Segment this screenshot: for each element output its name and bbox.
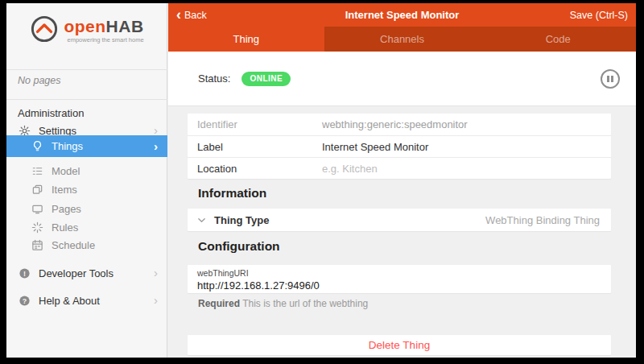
save-button[interactable]: Save (Ctrl-S) (570, 10, 636, 21)
required-label: Required (198, 298, 240, 309)
tab-thing[interactable]: Thing (168, 27, 324, 52)
information-heading: Information (198, 186, 266, 201)
sidebar-item-schedule[interactable]: Schedule (6, 235, 167, 254)
chevron-right-icon: › (154, 295, 158, 306)
sparkle-icon (31, 221, 43, 234)
label-field[interactable]: Label Internet Speed Monitor (188, 135, 611, 157)
display-icon (31, 202, 43, 215)
chevron-back-icon: ‹ (176, 10, 181, 19)
status-label: Status: (198, 72, 230, 85)
sidebar-item-label: Schedule (52, 239, 95, 251)
configuration-heading: Configuration (198, 239, 280, 254)
sidebar-item-label: Rules (52, 221, 78, 234)
location-field[interactable]: Location e.g. Kitchen (188, 157, 611, 179)
logo-wordmark: openHAB (64, 18, 143, 35)
status-badge: ONLINE (242, 72, 291, 86)
sidebar-item-label: Things (52, 140, 83, 152)
tab-bar: Thing Channels Code (168, 27, 636, 52)
calendar-icon (31, 238, 43, 251)
uri-help-text: Required This is the url of the webthing (198, 298, 368, 309)
status-section: Status: ONLINE (168, 52, 636, 106)
sidebar-item-label: Developer Tools (39, 267, 114, 279)
location-placeholder[interactable]: e.g. Kitchen (322, 163, 378, 175)
identifier-field: Identifier webthing:generic:speedmonitor (188, 114, 611, 135)
no-pages-label: No pages (18, 74, 61, 87)
webthing-uri-label: webThingURI (197, 268, 601, 278)
sidebar-item-pages[interactable]: Pages (6, 199, 167, 218)
help-description: This is the url of the webthing (242, 298, 368, 309)
thing-form-card: Identifier webthing:generic:speedmonitor… (188, 114, 611, 179)
svg-text:!: ! (23, 269, 26, 277)
sidebar-item-label: Items (52, 184, 77, 196)
openhab-logo: openHAB empowering the smart home (6, 14, 167, 47)
sidebar-item-label: Model (52, 165, 80, 177)
chevron-right-icon: › (154, 267, 158, 279)
label-label: Label (197, 141, 322, 153)
chevron-right-icon: › (154, 125, 158, 136)
svg-text:?: ? (22, 296, 26, 304)
divider (6, 69, 167, 70)
back-button[interactable]: ‹ Back (168, 10, 207, 21)
main-panel: ‹ Back Internet Speed Monitor Save (Ctrl… (168, 3, 636, 358)
sidebar: openHAB empowering the smart home No pag… (6, 3, 167, 358)
thing-type-row[interactable]: Thing Type WebThing Binding Thing (188, 209, 611, 231)
label-value[interactable]: Internet Speed Monitor (322, 141, 428, 153)
identifier-label: Identifier (197, 118, 322, 130)
page-title: Internet Speed Monitor (168, 9, 636, 21)
location-label: Location (197, 163, 322, 175)
sidebar-item-help-about[interactable]: ? Help & About › (6, 291, 167, 310)
divider (6, 99, 167, 100)
chevron-right-icon: › (154, 141, 158, 152)
tab-code[interactable]: Code (480, 27, 636, 52)
sidebar-item-developer-tools[interactable]: ! Developer Tools › (6, 263, 167, 283)
tab-channels[interactable]: Channels (324, 27, 481, 52)
pause-button[interactable] (601, 69, 620, 89)
logo-tagline: empowering the smart home (64, 36, 143, 43)
delete-thing-button[interactable]: Delete Thing (188, 335, 611, 355)
copy-squares-icon (31, 183, 43, 196)
navbar: ‹ Back Internet Speed Monitor Save (Ctrl… (168, 3, 636, 27)
chevron-down-icon (197, 216, 206, 225)
identifier-value: webthing:generic:speedmonitor (322, 118, 468, 130)
webthing-uri-field[interactable]: webThingURI http://192.168.1.27:9496/0 (188, 265, 611, 293)
back-label: Back (184, 10, 207, 21)
model-tree-icon (31, 164, 43, 177)
sidebar-item-things[interactable]: Things › (6, 135, 167, 157)
thing-type-value: WebThing Binding Thing (485, 214, 600, 226)
help-question-icon: ? (18, 294, 31, 307)
openhab-app-window: openHAB empowering the smart home No pag… (6, 3, 636, 358)
sidebar-item-model[interactable]: Model (6, 161, 167, 180)
sidebar-item-label: Pages (52, 203, 81, 215)
openhab-logo-icon (30, 14, 59, 47)
lightbulb-icon (31, 140, 43, 153)
delete-thing-label: Delete Thing (369, 339, 430, 351)
thing-type-label: Thing Type (214, 214, 269, 226)
developer-tools-icon: ! (18, 267, 31, 279)
sidebar-item-label: Help & About (39, 295, 100, 307)
administration-section-label: Administration (18, 107, 84, 119)
sidebar-item-items[interactable]: Items (6, 180, 167, 199)
sidebar-item-rules[interactable]: Rules (6, 217, 167, 237)
webthing-uri-value[interactable]: http://192.168.1.27:9496/0 (197, 279, 601, 292)
